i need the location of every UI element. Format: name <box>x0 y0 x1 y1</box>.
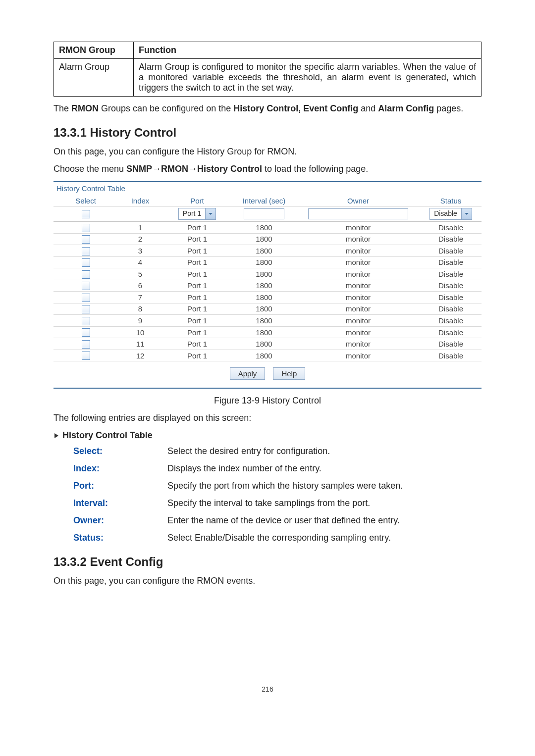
col-header-port: Port <box>162 197 232 205</box>
field-label: Port: <box>73 481 167 491</box>
cell-status: Disable <box>420 293 482 302</box>
cell-status: Disable <box>420 328 482 337</box>
cell-status: Disable <box>420 247 482 255</box>
paragraph-entries-intro: The following entries are displayed on t… <box>54 413 482 423</box>
row-checkbox[interactable] <box>82 224 90 232</box>
cell-status: Disable <box>420 270 482 278</box>
field-definition: Status:Select Enable/Disable the corresp… <box>73 533 482 543</box>
cell-index: 12 <box>118 352 162 360</box>
field-label: Interval: <box>73 498 167 508</box>
cell-owner: monitor <box>296 304 420 313</box>
field-definition: Port:Specify the port from which the his… <box>73 481 482 491</box>
cell-interval: 1800 <box>232 270 296 278</box>
table-row: 9Port 11800monitorDisable <box>54 315 482 327</box>
panel-title: History Control Table <box>54 182 482 196</box>
owner-input[interactable] <box>308 208 408 219</box>
info-row-group: Alarm Group <box>54 59 134 97</box>
cell-owner: monitor <box>296 293 420 302</box>
cell-index: 1 <box>118 223 162 232</box>
cell-status: Disable <box>420 316 482 325</box>
field-description: Specify the port from which the history … <box>167 481 403 491</box>
cell-owner: monitor <box>296 247 420 255</box>
cell-owner: monitor <box>296 223 420 232</box>
col-header-owner: Owner <box>296 197 420 205</box>
table-row: 11Port 11800monitorDisable <box>54 338 482 350</box>
row-checkbox[interactable] <box>82 305 90 313</box>
cell-index: 11 <box>118 340 162 348</box>
section-heading-history-control: 13.3.1 History Control <box>54 126 482 140</box>
row-checkbox[interactable] <box>82 270 90 279</box>
status-select[interactable]: Disable <box>429 208 472 220</box>
row-checkbox[interactable] <box>82 282 90 290</box>
cell-port: Port 1 <box>162 247 232 255</box>
paragraph-history-intro: On this page, you can configure the Hist… <box>54 147 482 157</box>
row-checkbox[interactable] <box>82 258 90 267</box>
row-checkbox[interactable] <box>82 317 90 325</box>
cell-port: Port 1 <box>162 281 232 290</box>
cell-status: Disable <box>420 258 482 266</box>
cell-index: 6 <box>118 281 162 290</box>
cell-interval: 1800 <box>232 328 296 337</box>
field-description: Enter the name of the device or user tha… <box>167 515 400 526</box>
cell-index: 9 <box>118 316 162 325</box>
field-label: Select: <box>73 446 167 456</box>
apply-button[interactable]: Apply <box>230 367 266 380</box>
port-select[interactable]: Port 1 <box>178 208 216 220</box>
table-row: 10Port 11800monitorDisable <box>54 327 482 339</box>
paragraph-menu-path: Choose the menu SNMP→RMON→History Contro… <box>54 164 482 174</box>
field-definition: Owner:Enter the name of the device or us… <box>73 515 482 526</box>
table-row: 6Port 11800monitorDisable <box>54 280 482 292</box>
row-checkbox[interactable] <box>82 328 90 337</box>
cell-port: Port 1 <box>162 258 232 266</box>
cell-interval: 1800 <box>232 258 296 266</box>
field-definition: Interval:Specify the interval to take sa… <box>73 498 482 508</box>
table-row: 2Port 11800monitorDisable <box>54 234 482 246</box>
cell-status: Disable <box>420 352 482 360</box>
cell-port: Port 1 <box>162 316 232 325</box>
cell-status: Disable <box>420 281 482 290</box>
info-row-desc: Alarm Group is configured to monitor the… <box>134 59 482 97</box>
cell-index: 7 <box>118 293 162 302</box>
cell-interval: 1800 <box>232 352 296 360</box>
cell-index: 5 <box>118 270 162 278</box>
interval-input[interactable] <box>244 208 284 219</box>
row-checkbox[interactable] <box>82 352 90 360</box>
cell-owner: monitor <box>296 328 420 337</box>
select-all-checkbox[interactable] <box>82 210 90 218</box>
section-heading-event-config: 13.3.2 Event Config <box>54 555 482 569</box>
figure-caption: Figure 13-9 History Control <box>54 396 482 406</box>
table-row: 3Port 11800monitorDisable <box>54 245 482 257</box>
cell-port: Port 1 <box>162 223 232 232</box>
cell-port: Port 1 <box>162 270 232 278</box>
page-number: 216 <box>54 685 482 693</box>
field-definition: Select:Select the desired entry for conf… <box>73 446 482 456</box>
paragraph-event-intro: On this page, you can configure the RMON… <box>54 576 482 586</box>
cell-status: Disable <box>420 304 482 313</box>
row-checkbox[interactable] <box>82 294 90 302</box>
cell-interval: 1800 <box>232 293 296 302</box>
table-row: 8Port 11800monitorDisable <box>54 303 482 315</box>
cell-owner: monitor <box>296 316 420 325</box>
cell-owner: monitor <box>296 352 420 360</box>
cell-port: Port 1 <box>162 340 232 348</box>
cell-index: 2 <box>118 235 162 243</box>
field-description: Displays the index number of the entry. <box>167 463 321 474</box>
cell-interval: 1800 <box>232 281 296 290</box>
cell-port: Port 1 <box>162 352 232 360</box>
cell-interval: 1800 <box>232 304 296 313</box>
help-button[interactable]: Help <box>273 367 305 380</box>
field-description: Select Enable/Disable the corresponding … <box>167 533 391 543</box>
row-checkbox[interactable] <box>82 340 90 349</box>
col-header-interval: Interval (sec) <box>232 197 296 205</box>
cell-port: Port 1 <box>162 293 232 302</box>
info-header-function: Function <box>134 42 482 59</box>
cell-port: Port 1 <box>162 235 232 243</box>
col-header-index: Index <box>118 197 162 205</box>
col-header-status: Status <box>420 197 482 205</box>
row-checkbox[interactable] <box>82 235 90 244</box>
row-checkbox[interactable] <box>82 247 90 255</box>
cell-status: Disable <box>420 223 482 232</box>
col-header-select: Select <box>54 197 118 205</box>
info-header-group: RMON Group <box>54 42 134 59</box>
cell-index: 3 <box>118 247 162 255</box>
